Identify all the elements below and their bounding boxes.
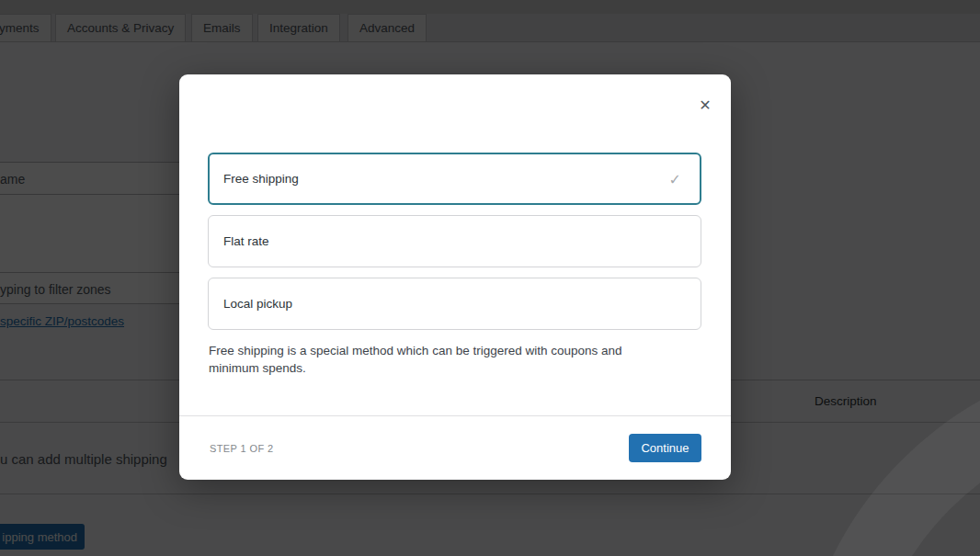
continue-button[interactable]: Continue xyxy=(629,434,701,462)
close-icon[interactable]: ✕ xyxy=(695,96,715,116)
option-flat-rate[interactable]: Flat rate xyxy=(208,215,701,267)
option-flat-rate-label: Flat rate xyxy=(223,234,269,248)
option-free-shipping-label: Free shipping xyxy=(223,172,299,186)
check-icon: ✓ xyxy=(669,170,681,187)
option-free-shipping[interactable]: Free shipping ✓ xyxy=(208,153,701,205)
create-shipping-method-modal: Create shipping method ✕ Free shipping ✓… xyxy=(179,74,731,480)
modal-footer: STEP 1 OF 2 Continue xyxy=(179,415,731,480)
method-description-text: Free shipping is a special method which … xyxy=(209,342,673,377)
settings-page: yments Accounts & Privacy Emails Integra… xyxy=(0,0,980,556)
option-local-pickup-label: Local pickup xyxy=(223,297,292,311)
step-indicator: STEP 1 OF 2 xyxy=(210,443,274,454)
option-local-pickup[interactable]: Local pickup xyxy=(208,278,701,330)
